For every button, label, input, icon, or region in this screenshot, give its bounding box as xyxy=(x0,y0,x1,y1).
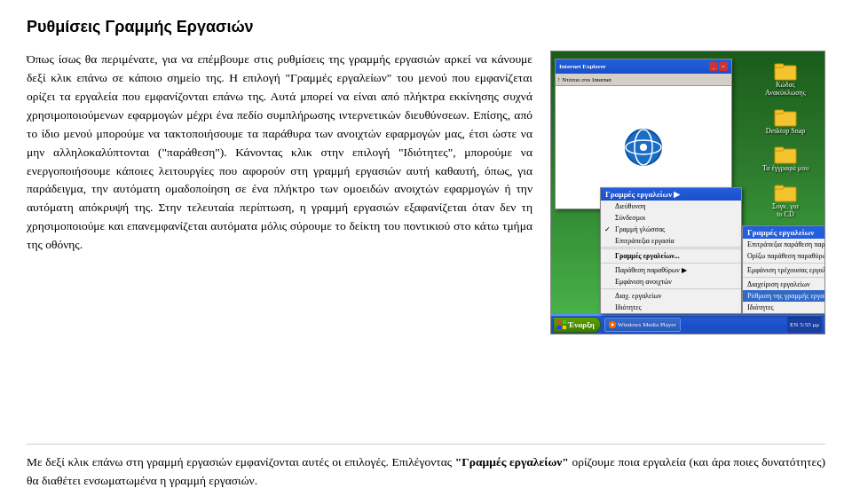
screenshot: Internet Explorer _ × ↑ Ντόπιο στο Inter… xyxy=(550,51,825,335)
context-menu-header: Γραμμές εργαλείων ▶ xyxy=(601,188,741,201)
svg-rect-11 xyxy=(775,185,784,189)
taskbar-app-wmp-label: Windows Media Player xyxy=(618,321,676,328)
tray-time: 5:55 μμ xyxy=(800,321,819,328)
separator-1 xyxy=(601,248,741,249)
context-menu-item-2[interactable]: Σύνδεσμοι xyxy=(601,212,741,224)
context-menu-item-1[interactable]: Διεύθυνση xyxy=(601,201,741,212)
content-area: Όπως ίσως θα περιμένατε, για να επέμβουμ… xyxy=(27,51,825,431)
context-menu: Γραμμές εργαλείων ▶ Διεύθυνση Σύνδεσμοι … xyxy=(600,187,742,314)
context-menu-item-cascade[interactable]: Παράθεση παραθύρων ▶ xyxy=(601,264,741,276)
page-container: Ρυθμίσεις Γραμμής Εργασιών Όπως ίσως θα … xyxy=(0,0,852,504)
sub-menu-header: Γραμμές εργαλείων xyxy=(743,226,825,239)
taskbar-app-wmp[interactable]: Windows Media Player xyxy=(604,318,681,332)
ie-minimize-btn[interactable]: _ xyxy=(709,62,718,71)
context-menu-item-5[interactable]: Γραμμές εργαλείων... xyxy=(601,250,741,262)
image-column: Internet Explorer _ × ↑ Ντόπιο στο Inter… xyxy=(550,51,825,431)
context-menu-item-3[interactable]: Γραμμή γλώσσας xyxy=(601,224,741,235)
ie-toolbar-text: ↑ Ντόπιο στο Internet xyxy=(557,76,611,83)
ie-toolbar: ↑ Ντόπιο στο Internet xyxy=(556,74,731,86)
sub-menu-item-6[interactable]: Ιδιότητες xyxy=(743,302,825,313)
sub-separator-2 xyxy=(743,277,825,278)
desktop-icon-3[interactable]: Τα έγγραφά μου xyxy=(754,138,816,175)
desktop-icon-4-label: Συγκ. γιαto CD xyxy=(772,203,799,219)
svg-rect-7 xyxy=(775,110,784,114)
desktop-icon-4[interactable]: Συγκ. γιαto CD xyxy=(754,177,816,221)
main-text-column: Όπως ίσως θα περιμένατε, για να επέμβουμ… xyxy=(27,51,532,431)
svg-point-3 xyxy=(640,144,647,151)
bottom-bold: "Γραμμές εργαλείων" xyxy=(455,455,569,469)
taskbar-tray: EN 5:55 μμ xyxy=(787,317,822,333)
taskbar: Έναρξη Windows Media Player xyxy=(551,314,824,334)
svg-rect-22 xyxy=(563,326,566,329)
folder-icon-2 xyxy=(773,103,798,128)
desktop-icon-1-label: ΚώδαςΑνακύκλωσης xyxy=(765,82,806,98)
xp-desktop: Internet Explorer _ × ↑ Ντόπιο στο Inter… xyxy=(551,51,824,334)
bottom-text: Με δεξί κλικ επάνω στη γραμμή εργασιών ε… xyxy=(27,444,825,491)
sub-menu-item-5[interactable]: Ρύθμιση της γραμμής εργασιών xyxy=(743,290,825,302)
desktop-icon-2-label: Desktop Snap xyxy=(766,128,806,136)
bottom-text-p1: Με δεξί κλικ επάνω στη γραμμή εργασιών ε… xyxy=(27,455,455,469)
desktop-icon-1[interactable]: ΚώδαςΑνακύκλωσης xyxy=(754,55,816,99)
sub-menu-item-3[interactable]: Εμφάνιση τρέχουσας εργαλείου xyxy=(743,264,825,276)
svg-rect-5 xyxy=(775,64,784,67)
main-paragraph: Όπως ίσως θα περιμένατε, για να επέμβουμ… xyxy=(27,51,532,255)
sub-context-menu: Γραμμές εργαλείων Επιτράπεζια παράθεση π… xyxy=(742,225,825,314)
separator-3 xyxy=(601,288,741,289)
svg-rect-21 xyxy=(557,326,561,329)
svg-rect-9 xyxy=(775,147,784,151)
folder-icon-3 xyxy=(773,140,798,165)
folder-icon-4 xyxy=(773,178,798,203)
ie-controls: _ × xyxy=(709,62,728,71)
windows-logo-icon xyxy=(557,320,566,329)
start-label: Έναρξη xyxy=(568,320,595,329)
taskbar-apps: Windows Media Player xyxy=(604,318,787,332)
sub-separator-1 xyxy=(743,263,825,264)
ie-titlebar: Internet Explorer _ × xyxy=(556,59,731,74)
start-button[interactable]: Έναρξη xyxy=(553,317,601,333)
ie-logo-icon xyxy=(621,125,666,169)
svg-rect-20 xyxy=(563,320,566,324)
sub-menu-item-4[interactable]: Διαχείριση εργαλείων xyxy=(743,279,825,290)
desktop-icon-3-label: Τα έγγραφά μου xyxy=(762,165,809,173)
context-menu-item-props[interactable]: Ιδιότητες xyxy=(601,302,741,313)
sub-menu-item-1[interactable]: Επιτράπεζια παράθεση παραθύρων xyxy=(743,239,825,250)
desktop-icon-2[interactable]: Desktop Snap xyxy=(754,101,816,138)
wmp-icon xyxy=(609,321,616,328)
context-menu-item-show[interactable]: Εμφάνιση ανοιχτών xyxy=(601,276,741,287)
tray-lang: EN xyxy=(790,321,798,328)
svg-rect-19 xyxy=(557,320,561,324)
page-title: Ρυθμίσεις Γραμμής Εργασιών xyxy=(27,18,825,36)
context-menu-item-taskman[interactable]: Διαχ. εργαλείων xyxy=(601,290,741,302)
sub-menu-item-2[interactable]: Ορίζω παράθεση παραθύρων xyxy=(743,250,825,262)
ie-close-btn[interactable]: × xyxy=(719,62,728,71)
ie-title-text: Internet Explorer xyxy=(559,63,709,70)
context-menu-item-4[interactable]: Επιτράπεζια εργασία xyxy=(601,235,741,248)
folder-icon xyxy=(773,57,798,82)
separator-2 xyxy=(601,263,741,264)
